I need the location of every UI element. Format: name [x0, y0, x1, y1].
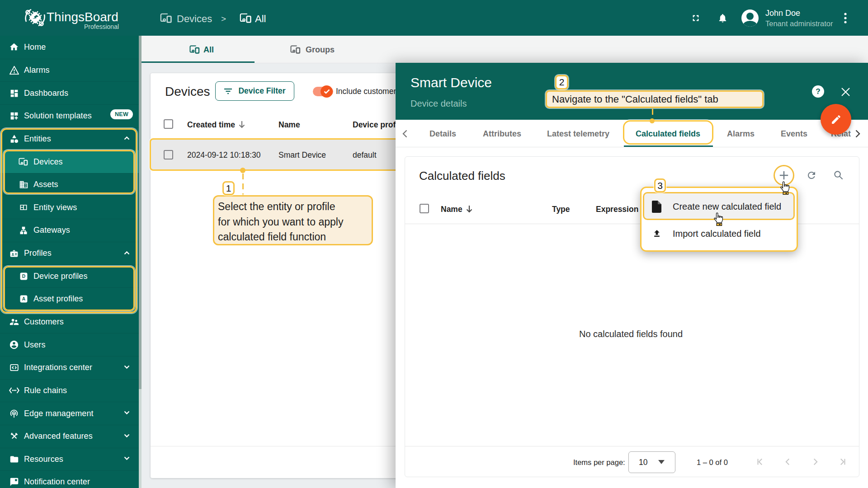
svg-text:D: D	[22, 274, 25, 279]
svg-text:A: A	[22, 297, 25, 302]
